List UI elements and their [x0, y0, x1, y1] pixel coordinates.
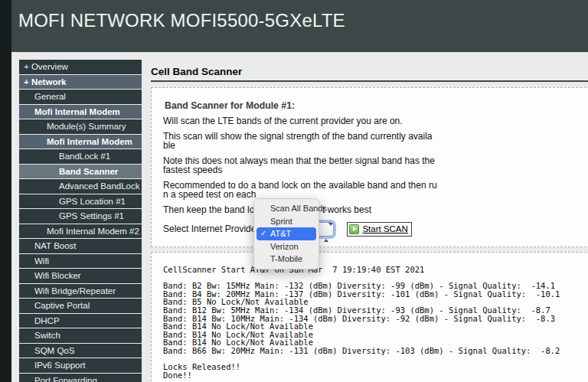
dropdown-option-t-mobile[interactable]: T-Mobile: [254, 253, 318, 266]
scan-results-box: CellScanner Start AT&T on Sun Mar 7 19:1…: [151, 252, 588, 382]
select-chevrons-icon: [324, 226, 329, 234]
panel-paragraph: Note this does not always mean that the …: [163, 156, 584, 175]
sidebar-item-bandlock-1[interactable]: BandLock #1: [19, 149, 142, 164]
app-title: MOFI NETWORK MOFI5500-5GXeLTE: [18, 10, 345, 31]
sidebar-item-mofi-internal-modem[interactable]: Mofi Internal Modem: [19, 135, 142, 149]
sidebar-item-switch[interactable]: Switch: [19, 328, 142, 343]
panel-paragraph: Will scan the LTE bands of the current p…: [163, 116, 584, 126]
left-edge-strip: [0, 0, 11, 382]
panel-paragraph: Then keep the band loc t works best: [163, 205, 584, 215]
panel-paragraph: This scan will show the signal strength …: [163, 132, 584, 151]
sidebar-item-network[interactable]: + Network: [19, 75, 142, 90]
then-line-prefix: Then keep the band loc: [163, 204, 259, 215]
sidebar-item-general[interactable]: General: [19, 90, 142, 104]
dropdown-option-verizon[interactable]: Verizon: [254, 240, 318, 253]
band-scanner-panel: Band Scanner for Module #1: Will scan th…: [151, 87, 588, 247]
scan-results-text: CellScanner Start AT&T on Sun Mar 7 19:1…: [163, 266, 587, 379]
title-divider: [151, 80, 588, 82]
sidebar-item-sqm-qos[interactable]: SQM QoS: [19, 344, 142, 358]
panel-paragraph: Recommended to do a band lock on the ava…: [163, 181, 584, 200]
start-scan-play-icon: [349, 224, 359, 234]
then-line-suffix: t works best: [322, 205, 371, 215]
sidebar-item-band-scanner[interactable]: Band Scanner: [19, 165, 142, 179]
sidebar-item-mofi-internal-modem[interactable]: Mofi Internal Modem: [19, 105, 142, 119]
dropdown-option-sprint[interactable]: Sprint: [254, 215, 318, 228]
sidebar-item-wifi-bridge-repeater[interactable]: Wifi Bridge/Repeater: [19, 284, 142, 299]
scan-controls-row: Select Internet Provider Start SCAN Scan…: [163, 221, 584, 237]
sidebar-item-gps-settings-1[interactable]: GPS Settings #1: [19, 209, 142, 224]
sidebar-item-overview[interactable]: + Overview: [19, 60, 142, 74]
sidebar-item-module-s-summary[interactable]: Module(s) Summary: [19, 119, 142, 134]
panel-heading: Band Scanner for Module #1:: [163, 100, 584, 111]
checkmark-icon: ✓: [260, 227, 266, 240]
sidebar-item-captive-portal[interactable]: Captive Portal: [19, 299, 142, 313]
page-title: Cell Band Scanner: [151, 66, 588, 80]
sidebar-item-port-forwarding[interactable]: Port Forwarding: [19, 374, 142, 382]
provider-select-label: Select Internet Provider: [163, 224, 259, 234]
sidebar-item-wifi[interactable]: Wifi: [19, 254, 142, 269]
sidebar-item-gps-location-1[interactable]: GPS Location #1: [19, 194, 142, 209]
sidebar-item-wifi-blocker[interactable]: Wifi Blocker: [19, 269, 142, 283]
sidebar-item-dhcp[interactable]: DHCP: [19, 314, 142, 328]
main-content: Cell Band Scanner Band Scanner for Modul…: [151, 66, 588, 382]
app-header: MOFI NETWORK MOFI5500-5GXeLTE: [0, 0, 588, 52]
provider-dropdown-menu: Scan All Bands Sprint ✓ AT&T Verizon T-M…: [253, 198, 319, 269]
sidebar-item-ipv6-support[interactable]: IPv6 Support: [19, 358, 142, 373]
sidebar-item-nat-boost[interactable]: NAT Boost: [19, 239, 142, 253]
sidebar-item-advanced-bandlock[interactable]: Advanced BandLock: [19, 179, 142, 194]
sidebar: + Overview+ NetworkGeneralMofi Internal …: [19, 60, 142, 382]
dropdown-option-scan-all-bands[interactable]: Scan All Bands: [254, 202, 318, 215]
dropdown-option-at-t[interactable]: ✓ AT&T: [256, 227, 316, 240]
sidebar-item-mofi-internal-modem-2[interactable]: Mofi Internal Modem #2: [19, 224, 142, 239]
start-scan-button[interactable]: Start SCAN: [347, 222, 411, 237]
